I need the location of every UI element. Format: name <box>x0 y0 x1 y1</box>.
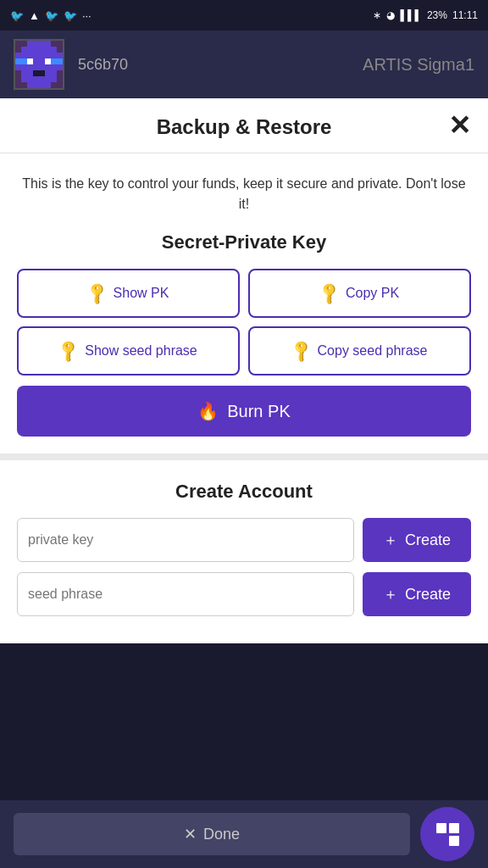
secret-key-title: Secret-Private Key <box>17 231 471 253</box>
svg-rect-0 <box>27 41 51 47</box>
done-x-icon: ✕ <box>184 825 197 843</box>
copy-pk-button[interactable]: 🔑 Copy PK <box>248 269 471 318</box>
svg-rect-9 <box>21 70 33 76</box>
avatar <box>14 39 64 90</box>
close-button[interactable]: ✕ <box>448 112 471 139</box>
done-label: Done <box>203 826 240 843</box>
account-id: 5c6b70 <box>78 56 128 74</box>
create-from-pk-button[interactable]: ＋ Create <box>363 518 471 562</box>
wifi-icon: ◕ <box>386 9 395 21</box>
qr-cell-1 <box>436 823 446 833</box>
svg-rect-5 <box>33 58 45 64</box>
show-seed-label: Show seed phrase <box>85 343 197 359</box>
svg-rect-12 <box>21 76 57 82</box>
twitter-icon-3: 🐦 <box>64 9 77 22</box>
copy-seed-label: Copy seed phrase <box>318 343 428 359</box>
create-from-seed-button[interactable]: ＋ Create <box>363 572 471 616</box>
plus-icon-2: ＋ <box>383 584 398 604</box>
svg-rect-4 <box>27 58 33 64</box>
svg-rect-13 <box>27 82 51 88</box>
burn-pk-label: Burn PK <box>227 402 290 421</box>
status-bar: 🐦 ▲ 🐦 🐦 ··· ∗ ◕ ▌▌▌ 23% 11:11 <box>0 0 488 31</box>
create-seed-label: Create <box>405 586 451 604</box>
network-name: ARTIS Sigma1 <box>363 55 474 75</box>
status-right: ∗ ◕ ▌▌▌ 23% 11:11 <box>373 9 478 21</box>
private-key-row: ＋ Create <box>17 518 471 562</box>
copy-seed-phrase-button[interactable]: 🔑 Copy seed phrase <box>248 326 471 376</box>
qr-cell-3 <box>436 836 446 846</box>
key-icon-3: 🔑 <box>56 337 82 364</box>
show-pk-label: Show PK <box>114 286 169 301</box>
modal-container: Backup & Restore ✕ This is the key to co… <box>0 98 488 643</box>
key-icon-2: 🔑 <box>316 280 342 306</box>
app-header: 5c6b70 ARTIS Sigma1 <box>0 31 488 98</box>
seed-phrase-input[interactable] <box>17 572 354 616</box>
bluetooth-icon: ∗ <box>373 9 381 21</box>
qr-button[interactable] <box>420 807 474 861</box>
svg-rect-8 <box>15 64 63 70</box>
private-key-input[interactable] <box>17 518 354 562</box>
arrow-up-icon: ▲ <box>29 9 40 22</box>
more-dots: ··· <box>82 9 92 22</box>
svg-rect-6 <box>45 58 51 64</box>
backup-section: This is the key to control your funds, k… <box>0 153 488 453</box>
twitter-icon-2: 🐦 <box>45 9 58 22</box>
section-divider <box>0 453 488 460</box>
show-pk-button[interactable]: 🔑 Show PK <box>17 269 240 318</box>
burn-pk-button[interactable]: 🔥 Burn PK <box>17 386 471 437</box>
fire-icon: 🔥 <box>197 401 219 421</box>
svg-rect-3 <box>15 58 27 64</box>
copy-pk-label: Copy PK <box>346 286 399 301</box>
qr-cell-2 <box>449 823 459 833</box>
status-left: 🐦 ▲ 🐦 🐦 ··· <box>10 9 92 22</box>
header-info: 5c6b70 ARTIS Sigma1 <box>78 55 474 75</box>
signal-icon: ▌▌▌ <box>400 9 422 21</box>
warning-text: This is the key to control your funds, k… <box>17 174 471 214</box>
modal-header: Backup & Restore ✕ <box>0 98 488 153</box>
modal-title: Backup & Restore <box>157 115 332 139</box>
create-account-title: Create Account <box>17 481 471 503</box>
svg-rect-10 <box>33 70 45 76</box>
key-icon-1: 🔑 <box>84 280 110 306</box>
clock: 11:11 <box>452 9 478 21</box>
pk-button-grid: 🔑 Show PK 🔑 Copy PK 🔑 Show seed phrase 🔑… <box>17 269 471 376</box>
create-pk-label: Create <box>405 531 451 549</box>
svg-rect-11 <box>45 70 57 76</box>
plus-icon-1: ＋ <box>383 530 398 550</box>
svg-rect-2 <box>15 53 63 58</box>
battery-text: 23% <box>427 9 447 21</box>
seed-phrase-row: ＋ Create <box>17 572 471 616</box>
bottom-bar: ✕ Done <box>0 800 488 868</box>
key-icon-4: 🔑 <box>288 337 314 364</box>
qr-icon <box>436 823 459 846</box>
show-seed-phrase-button[interactable]: 🔑 Show seed phrase <box>17 326 240 376</box>
qr-cell-4 <box>449 836 459 846</box>
svg-rect-1 <box>21 47 57 53</box>
svg-rect-7 <box>51 58 63 64</box>
twitter-icon-1: 🐦 <box>10 9 24 22</box>
done-button[interactable]: ✕ Done <box>14 813 410 855</box>
create-account-section: Create Account ＋ Create ＋ Create <box>0 460 488 643</box>
